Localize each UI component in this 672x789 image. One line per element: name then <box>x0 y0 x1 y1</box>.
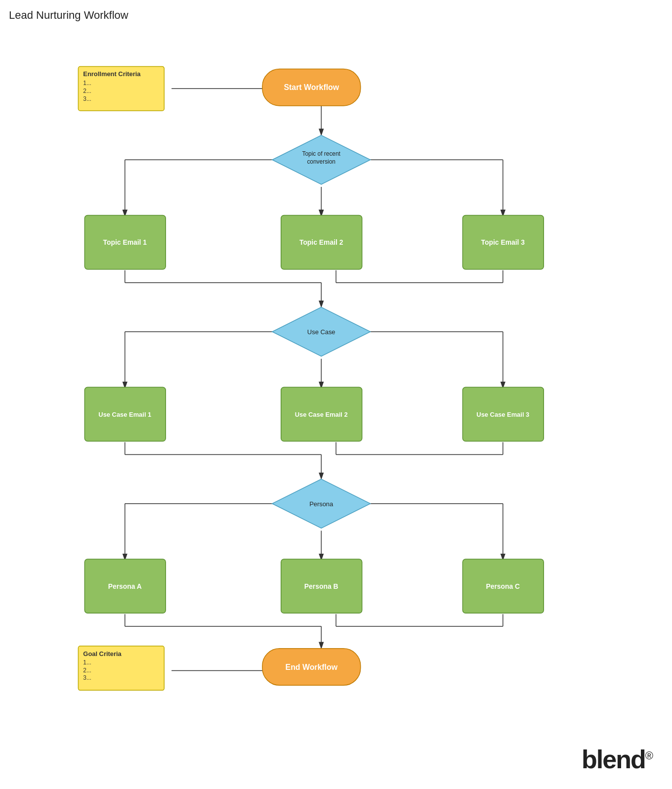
svg-text:2...: 2... <box>83 667 91 674</box>
goal-label: Goal Criteria <box>83 650 122 658</box>
start-label: Start Workflow <box>284 83 339 91</box>
end-label: End Workflow <box>286 663 338 671</box>
svg-text:3...: 3... <box>83 674 91 681</box>
decision1-label-line2: conversion <box>307 158 336 165</box>
usecase-email2-label: Use Case Email 2 <box>295 411 348 418</box>
svg-text:2...: 2... <box>83 88 91 94</box>
topic-email2-label: Topic Email 2 <box>299 238 343 246</box>
diagram-container: Enrollment Criteria 1... 2... 3... Start… <box>0 30 672 786</box>
decision2-label: Use Case <box>307 328 336 336</box>
svg-text:1...: 1... <box>83 659 91 666</box>
persona-a-label: Persona A <box>108 582 142 590</box>
decision1-label-line1: Topic of recent <box>302 150 340 157</box>
persona-c-label: Persona C <box>486 582 520 590</box>
topic-email3-label: Topic Email 3 <box>481 238 525 246</box>
decision3-label: Persona <box>309 500 334 508</box>
page-title: Lead Nurturing Workflow <box>9 9 128 22</box>
persona-b-label: Persona B <box>304 582 338 590</box>
topic-email1-label: Topic Email 1 <box>103 238 147 246</box>
usecase-email1-label: Use Case Email 1 <box>98 411 151 418</box>
svg-text:1...: 1... <box>83 80 91 87</box>
enrollment-label: Enrollment Criteria <box>83 70 141 78</box>
blend-logo: blend® <box>582 745 652 774</box>
usecase-email3-label: Use Case Email 3 <box>476 411 529 418</box>
svg-text:3...: 3... <box>83 95 91 102</box>
